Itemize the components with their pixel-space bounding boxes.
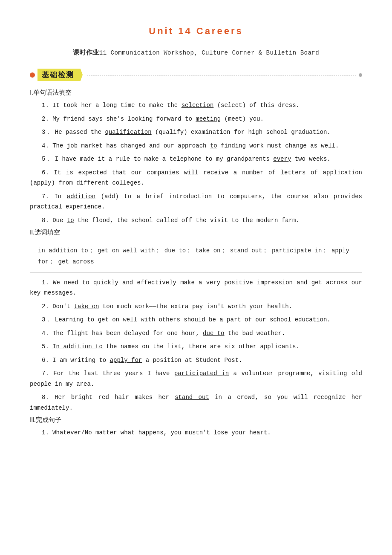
section-II-label: Ⅱ.选词填空 (30, 228, 362, 237)
section-line (87, 75, 356, 75)
subtitle-english: Communication Workshop, Culture Corner &… (107, 49, 319, 56)
section-I-item-4: 4. The job market has changed and our ap… (30, 141, 362, 151)
subtitle-chinese: 课时作业 (73, 49, 99, 56)
section-I-item-3: 3． He passed the qualification (qualify)… (30, 127, 362, 138)
section-II-item-5: 5. In addition to the names on the list,… (30, 341, 362, 352)
section-I-label: Ⅰ.单句语法填空 (30, 89, 362, 97)
section-II-item-8: 8. Her bright red hair makes her stand o… (30, 392, 362, 413)
section-I-item-5: 5． I have made it a rule to make a telep… (30, 154, 362, 165)
section-header: 基础检测 (30, 69, 362, 81)
section-dot-icon (30, 72, 35, 78)
page-title: Unit 14 Careers (30, 26, 362, 37)
section-I-item-8: 8. Due to the flood, the school called o… (30, 215, 362, 226)
section-I-item-1: 1. It took her a long time to make the s… (30, 100, 362, 111)
section-II-item-7: 7. For the last three years I have parti… (30, 368, 362, 389)
section-I-item-7: 7. In addition (add) to a brief introduc… (30, 191, 362, 212)
section-dot2-icon (359, 73, 362, 77)
section-II-item-2: 2. Don't take on too much work——the extr… (30, 301, 362, 312)
section-III-item-1: 1. Whatever/No matter what happens, you … (30, 428, 362, 438)
section-II-item-3: 3． Learning to get on well with others s… (30, 315, 362, 325)
section-II-item-4: 4. The flight has been delayed for one h… (30, 328, 362, 339)
section-II-item-6: 6. I am writing to apply for a position … (30, 355, 362, 366)
section-I-item-6: 6. It is expected that our companies wil… (30, 168, 362, 188)
section-II-item-1: 1. We need to quickly and effectively ma… (30, 278, 362, 298)
section-label: 基础检测 (37, 69, 83, 81)
subtitle-number: 11 (99, 49, 107, 56)
section-I-item-2: 2. My friend says she's looking forward … (30, 114, 362, 124)
subtitle-row: 课时作业11 Communication Workshop, Culture C… (30, 49, 362, 57)
word-box: in addition to； get on well with； due to… (30, 241, 362, 272)
section-III-label: Ⅲ.完成句子 (30, 416, 362, 424)
